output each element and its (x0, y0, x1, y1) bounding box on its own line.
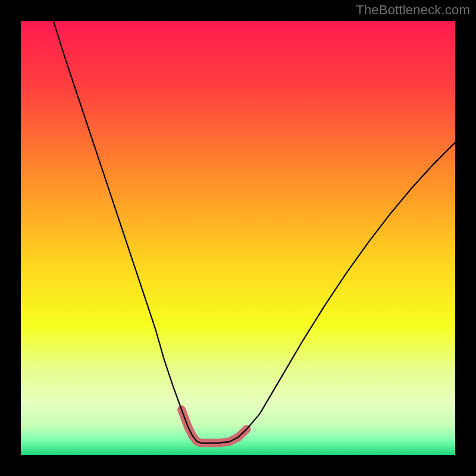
gradient-background (21, 21, 455, 455)
watermark-text: TheBottleneck.com (356, 2, 470, 18)
chart-frame: TheBottleneck.com (0, 0, 476, 476)
chart-svg (21, 21, 455, 455)
plot-area (21, 21, 455, 455)
